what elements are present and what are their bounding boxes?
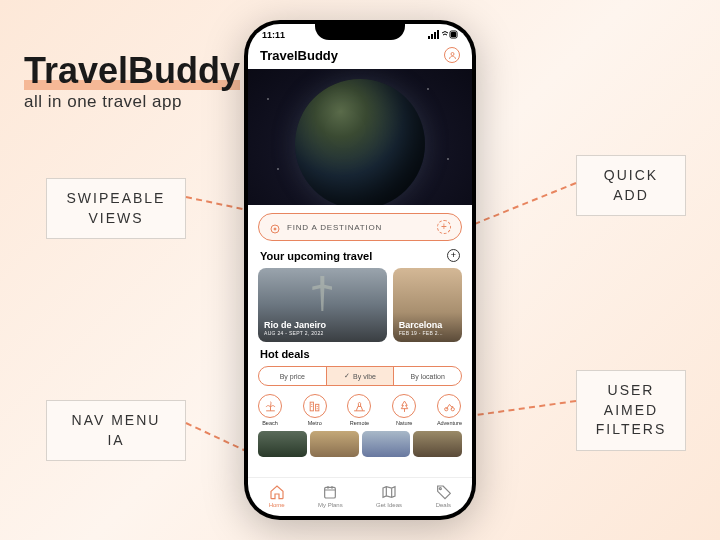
svg-rect-5: [451, 32, 456, 37]
svg-point-8: [274, 228, 276, 230]
filter-price[interactable]: By price: [259, 367, 327, 385]
cat-label: Adventure: [437, 420, 462, 426]
trip-card-barcelona[interactable]: Barcelona FEB 19 - FEB 2…: [393, 268, 462, 342]
tab-label: Home: [269, 502, 285, 508]
callout-nav-menu: NAV MENU IA: [46, 400, 186, 461]
trip-date: FEB 19 - FEB 2…: [399, 330, 456, 336]
nature-icon: [392, 394, 416, 418]
upcoming-header: Your upcoming travel +: [248, 247, 472, 264]
svg-point-6: [451, 52, 454, 55]
search-bar[interactable]: FIND A DESTINATION +: [258, 213, 462, 241]
cat-adventure[interactable]: Adventure: [437, 394, 462, 426]
deal-thumb[interactable]: [362, 431, 411, 457]
tab-label: Get Ideas: [376, 502, 402, 508]
phone-notch: [315, 20, 405, 40]
beach-icon: [258, 394, 282, 418]
status-indicators: [428, 30, 458, 41]
deal-thumb[interactable]: [310, 431, 359, 457]
deals-icon: [435, 484, 451, 500]
tab-home[interactable]: Home: [269, 484, 285, 508]
app-title: TravelBuddy: [260, 48, 338, 63]
cat-label: Beach: [262, 420, 278, 426]
cat-metro[interactable]: Metro: [303, 394, 327, 426]
filter-segmented: By price ✓By vibe By location: [258, 366, 462, 386]
deal-thumb[interactable]: [413, 431, 462, 457]
tab-deals[interactable]: Deals: [435, 484, 451, 508]
brand-subtitle: all in one travel app: [24, 92, 240, 112]
cat-label: Remote: [350, 420, 369, 426]
app-header: TravelBuddy: [248, 43, 472, 69]
tab-ideas[interactable]: Get Ideas: [376, 484, 402, 508]
metro-icon: [303, 394, 327, 418]
trip-name: Rio de Janeiro: [264, 320, 381, 330]
status-time: 11:11: [262, 30, 285, 41]
phone-frame: 11:11 TravelBuddy FIND A DESTINATION + Y…: [244, 20, 476, 520]
svg-point-14: [440, 488, 442, 490]
filter-location[interactable]: By location: [394, 367, 461, 385]
category-row: Beach Metro Remote Nature Adventure: [248, 390, 472, 428]
cat-remote[interactable]: Remote: [347, 394, 371, 426]
svg-rect-2: [434, 32, 436, 39]
trip-date: AUG 24 - SEPT 2, 2022: [264, 330, 381, 336]
deal-thumb[interactable]: [258, 431, 307, 457]
adventure-icon: [437, 394, 461, 418]
remote-icon: [347, 394, 371, 418]
upcoming-cards[interactable]: Rio de Janeiro AUG 24 - SEPT 2, 2022 Bar…: [248, 264, 472, 346]
globe-hero[interactable]: [248, 69, 472, 205]
tab-myplans[interactable]: My Plans: [318, 484, 343, 508]
profile-icon[interactable]: [444, 47, 460, 63]
filter-vibe[interactable]: ✓By vibe: [327, 367, 395, 385]
callout-swipeable: SWIPEABLE VIEWS: [46, 178, 186, 239]
hotdeals-header: Hot deals: [248, 346, 472, 362]
hotdeals-title: Hot deals: [260, 348, 310, 360]
svg-rect-0: [428, 36, 430, 39]
trip-card-rio[interactable]: Rio de Janeiro AUG 24 - SEPT 2, 2022: [258, 268, 387, 342]
search-placeholder: FIND A DESTINATION: [287, 223, 431, 232]
tab-label: My Plans: [318, 502, 343, 508]
svg-rect-3: [437, 30, 439, 39]
quick-add-button[interactable]: +: [437, 220, 451, 234]
tab-bar: Home My Plans Get Ideas Deals: [248, 477, 472, 516]
cat-label: Nature: [396, 420, 413, 426]
brand-title: TravelBuddy: [24, 50, 240, 92]
brand-block: TravelBuddy all in one travel app: [24, 50, 240, 112]
upcoming-title: Your upcoming travel: [260, 250, 372, 262]
deal-thumbs[interactable]: [248, 428, 472, 460]
check-icon: ✓: [344, 372, 350, 380]
cat-beach[interactable]: Beach: [258, 394, 282, 426]
phone-screen: 11:11 TravelBuddy FIND A DESTINATION + Y…: [248, 24, 472, 516]
home-icon: [269, 484, 285, 500]
add-trip-button[interactable]: +: [447, 249, 460, 262]
svg-rect-10: [316, 404, 319, 411]
trip-name: Barcelona: [399, 320, 456, 330]
tab-label: Deals: [436, 502, 451, 508]
cat-nature[interactable]: Nature: [392, 394, 416, 426]
dash-line: [464, 182, 576, 229]
callout-filters: USER AIMED FILTERS: [576, 370, 686, 451]
svg-rect-1: [431, 34, 433, 39]
ideas-icon: [381, 484, 397, 500]
svg-rect-13: [325, 487, 336, 498]
target-icon: [269, 221, 281, 233]
plans-icon: [322, 484, 338, 500]
cat-label: Metro: [308, 420, 322, 426]
callout-quick-add: QUICK ADD: [576, 155, 686, 216]
